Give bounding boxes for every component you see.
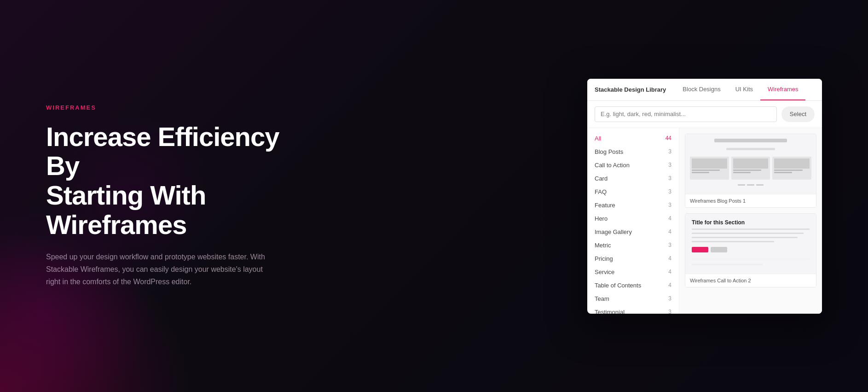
description: Speed up your design workflow and protot… (46, 251, 272, 288)
category-all-count: 44 (665, 135, 671, 141)
category-list: All 44 Blog Posts 3 Call to Action 3 Car… (587, 128, 679, 314)
wf2-line-3 (692, 237, 798, 238)
category-hero-count: 4 (668, 215, 671, 222)
category-service[interactable]: Service 4 (587, 265, 679, 279)
heading-line1: Increase Efficiency By (46, 122, 279, 181)
page-wrapper: WIREFRAMES Increase Efficiency By Starti… (0, 0, 868, 392)
wf2-primary-btn (692, 247, 708, 252)
wf2-line-1 (692, 228, 810, 230)
category-faq-label: FAQ (595, 188, 607, 195)
wf2-secondary-btn (711, 247, 727, 252)
preview-label-2: Wireframes Call to Action 2 (685, 274, 816, 287)
wf-card-1 (690, 157, 729, 180)
category-feature-label: Feature (595, 202, 615, 209)
wf-card-img-1 (692, 158, 727, 169)
wf-cards-row (690, 157, 811, 180)
category-pricing-count: 4 (668, 255, 671, 262)
wf2-line-4 (692, 241, 774, 242)
preview-thumbnail-2: Title for this Section (685, 214, 816, 274)
wf-nav (726, 148, 775, 150)
category-card-count: 3 (668, 175, 671, 181)
category-cta-count: 3 (668, 162, 671, 168)
wf-dot-2 (747, 184, 754, 186)
search-row: Select (587, 101, 822, 128)
wf-dot-1 (738, 184, 745, 186)
category-faq[interactable]: FAQ 3 (587, 185, 679, 199)
preview-thumbnail-1 (685, 134, 816, 194)
wireframe-cta: Title for this Section (685, 214, 816, 271)
heading-line3: Wireframes (46, 210, 186, 240)
category-pricing[interactable]: Pricing 4 (587, 252, 679, 265)
preview-label-1: Wireframes Blog Posts 1 (685, 194, 816, 207)
category-metric[interactable]: Metric 3 (587, 239, 679, 252)
category-blog-posts[interactable]: Blog Posts 3 (587, 145, 679, 158)
preview-card-2[interactable]: Title for this Section (685, 213, 816, 287)
wf-card-line-1 (692, 170, 720, 171)
preview-card-1[interactable]: Wireframes Blog Posts 1 (685, 134, 816, 208)
category-team-count: 3 (668, 295, 671, 302)
wf-card-3 (772, 157, 811, 180)
wf-pagination (690, 184, 811, 186)
library-tabs: Stackable Design Library Block Designs U… (587, 79, 822, 101)
category-testimonial[interactable]: Testimonial 3 (587, 305, 679, 314)
wf-card-line-2 (692, 172, 709, 173)
category-hero[interactable]: Hero 4 (587, 212, 679, 225)
select-button[interactable]: Select (781, 106, 815, 122)
section-label: WIREFRAMES (46, 104, 299, 111)
category-feature-count: 3 (668, 202, 671, 208)
wf-title (714, 139, 787, 142)
wireframe-blog-posts (685, 134, 816, 190)
wf-card-img-2 (733, 158, 769, 169)
category-image-gallery-label: Image Gallery (595, 228, 632, 235)
wf-card-line-6 (774, 172, 792, 173)
category-call-to-action[interactable]: Call to Action 3 (587, 158, 679, 172)
category-blog-posts-count: 3 (668, 148, 671, 155)
wf-dot-3 (756, 184, 764, 186)
category-image-gallery-count: 4 (668, 228, 671, 235)
category-cta-label: Call to Action (595, 162, 630, 169)
category-hero-label: Hero (595, 215, 608, 222)
wf-card-img-3 (774, 158, 810, 169)
heading-line2: Starting With (46, 180, 206, 210)
category-metric-count: 3 (668, 242, 671, 248)
wf-card-line-5 (774, 170, 802, 171)
right-panel: Stackable Design Library Block Designs U… (336, 79, 822, 314)
wf-card-2 (731, 157, 770, 180)
category-all-label: All (595, 135, 601, 142)
tab-ui-kits[interactable]: UI Kits (728, 79, 760, 100)
main-heading: Increase Efficiency By Starting With Wir… (46, 122, 299, 240)
category-toc-count: 4 (668, 282, 671, 288)
search-input[interactable] (595, 106, 777, 122)
category-testimonial-count: 3 (668, 309, 671, 314)
tab-wireframes[interactable]: Wireframes (760, 79, 805, 100)
library-title: Stackable Design Library (595, 86, 671, 93)
category-card-label: Card (595, 175, 608, 182)
category-toc-label: Table of Contents (595, 282, 641, 289)
category-pricing-label: Pricing (595, 255, 613, 262)
category-team-label: Team (595, 295, 609, 302)
category-table-of-contents[interactable]: Table of Contents 4 (587, 279, 679, 292)
wf-card-line-4 (733, 172, 751, 173)
category-team[interactable]: Team 3 (587, 292, 679, 305)
preview-area[interactable]: Wireframes Blog Posts 1 Title for this S… (679, 128, 822, 314)
category-service-label: Service (595, 269, 614, 275)
left-content: WIREFRAMES Increase Efficiency By Starti… (46, 104, 299, 288)
tab-block-designs[interactable]: Block Designs (675, 79, 728, 100)
category-card[interactable]: Card 3 (587, 172, 679, 185)
category-feature[interactable]: Feature 3 (587, 199, 679, 212)
wf2-heading: Title for this Section (692, 219, 810, 226)
category-faq-count: 3 (668, 188, 671, 195)
library-body: All 44 Blog Posts 3 Call to Action 3 Car… (587, 128, 822, 314)
category-image-gallery[interactable]: Image Gallery 4 (587, 225, 679, 239)
category-all[interactable]: All 44 (587, 132, 679, 145)
category-service-count: 4 (668, 269, 671, 275)
design-library: Stackable Design Library Block Designs U… (587, 79, 822, 314)
wf2-buttons (692, 247, 810, 252)
category-metric-label: Metric (595, 242, 611, 249)
wf2-line-2 (692, 233, 804, 234)
wf2-bottom (692, 264, 763, 265)
category-blog-posts-label: Blog Posts (595, 148, 623, 155)
wf2-divider (692, 259, 810, 259)
category-testimonial-label: Testimonial (595, 309, 625, 314)
wf-card-line-3 (733, 170, 761, 171)
